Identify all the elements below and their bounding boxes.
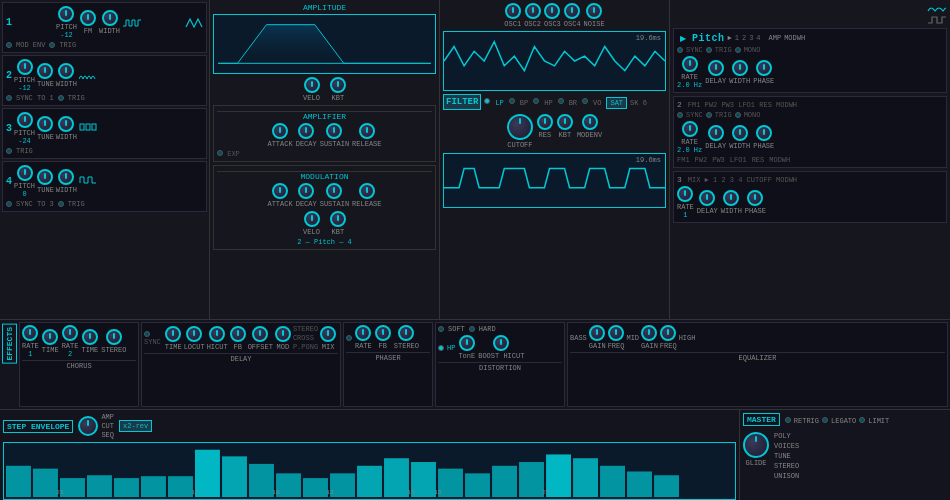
phaser-led[interactable]: [346, 335, 352, 341]
osc2-wave-icon[interactable]: [79, 71, 97, 81]
noise-mix-knob[interactable]: [586, 3, 602, 19]
osc3-width-knob[interactable]: [58, 116, 74, 132]
amp-attack-knob[interactable]: [272, 123, 288, 139]
lfo1-sync-led[interactable]: [677, 47, 683, 53]
filter-vo-led[interactable]: [582, 98, 588, 104]
osc1-width-knob[interactable]: [102, 10, 118, 26]
osc4-sync-led[interactable]: [6, 201, 12, 207]
chorus-time1-knob[interactable]: [42, 329, 58, 345]
amp-kbt-knob[interactable]: [330, 77, 346, 93]
retrig-led[interactable]: [785, 417, 791, 423]
eq-bass-freq-knob[interactable]: [608, 325, 624, 341]
phaser-rate-knob[interactable]: [355, 325, 371, 341]
phaser-stereo-knob[interactable]: [398, 325, 414, 341]
lfo3-delay-knob[interactable]: [699, 190, 715, 206]
sat-badge[interactable]: SAT: [606, 97, 627, 109]
osc2-tune-knob[interactable]: [37, 63, 53, 79]
delay-mix-knob[interactable]: [320, 326, 336, 342]
distortion-tone-knob[interactable]: [459, 335, 475, 351]
phaser-fb-knob[interactable]: [375, 325, 391, 341]
master-glide-knob[interactable]: [743, 432, 769, 458]
step-env-knob[interactable]: [78, 416, 98, 436]
osc2-pitch-knob[interactable]: [17, 59, 33, 75]
delay-offset-knob[interactable]: [252, 326, 268, 342]
lfo1-trig-led[interactable]: [706, 47, 712, 53]
lfo1-rate-knob[interactable]: [682, 56, 698, 72]
legato-led[interactable]: [822, 417, 828, 423]
osc2-trig-led[interactable]: [58, 95, 64, 101]
osc4-trig-led[interactable]: [58, 201, 64, 207]
amp-velo-knob[interactable]: [304, 77, 320, 93]
chorus-stereo-knob[interactable]: [106, 329, 122, 345]
lfo2-width-knob[interactable]: [732, 125, 748, 141]
filter-vo-btn[interactable]: VO: [591, 98, 603, 108]
filter-bp-led[interactable]: [509, 98, 515, 104]
lfo-wave-selector[interactable]: [927, 3, 947, 13]
amp-decay-knob[interactable]: [298, 123, 314, 139]
osc4-pitch-knob[interactable]: [17, 165, 33, 181]
osc4-width-knob[interactable]: [58, 169, 74, 185]
distortion-hard-led[interactable]: [469, 326, 475, 332]
lfo3-rate-knob[interactable]: [677, 186, 693, 202]
amp-release-knob[interactable]: [359, 123, 375, 139]
osc1-mix-knob[interactable]: [505, 3, 521, 19]
delay-time-knob[interactable]: [165, 326, 181, 342]
delay-hicut-knob[interactable]: [209, 326, 225, 342]
filter-br-btn[interactable]: BR: [567, 98, 579, 108]
lfo1-phase-knob[interactable]: [756, 60, 772, 76]
chorus-rate2-knob[interactable]: [62, 325, 78, 341]
mod-release-knob[interactable]: [359, 183, 375, 199]
lfo1-width-knob[interactable]: [732, 60, 748, 76]
delay-mod-knob[interactable]: [275, 326, 291, 342]
osc2-width-knob[interactable]: [58, 63, 74, 79]
lfo-wave2-selector[interactable]: [927, 15, 947, 25]
osc4-mix-knob[interactable]: [564, 3, 580, 19]
osc2-sync-led[interactable]: [6, 95, 12, 101]
filter-lp-led[interactable]: [484, 98, 490, 104]
lfo1-delay-knob[interactable]: [708, 60, 724, 76]
amp-sustain-knob[interactable]: [326, 123, 342, 139]
lfo2-trig-led[interactable]: [706, 112, 712, 118]
delay-sync-led[interactable]: [144, 331, 150, 337]
distortion-soft-led[interactable]: [438, 326, 444, 332]
delay-locut-knob[interactable]: [186, 326, 202, 342]
osc3-wave-icon[interactable]: [79, 122, 97, 132]
osc3-tune-knob[interactable]: [37, 116, 53, 132]
osc1-fm-knob[interactable]: [80, 10, 96, 26]
osc1-wave-icon[interactable]: [123, 18, 141, 28]
eq-bass-gain-knob[interactable]: [589, 325, 605, 341]
lfo1-play-btn[interactable]: ▶: [677, 32, 689, 44]
limit-led[interactable]: [859, 417, 865, 423]
eq-mid-gain-knob[interactable]: [641, 325, 657, 341]
osc1-waveform-selector[interactable]: [185, 17, 203, 29]
eq-mid-freq-knob[interactable]: [660, 325, 676, 341]
filter-kbt-knob[interactable]: [557, 114, 573, 130]
lfo3-phase-knob[interactable]: [747, 190, 763, 206]
lfo1-mono-led[interactable]: [735, 47, 741, 53]
distortion-hp-led[interactable]: [438, 345, 444, 351]
x2rev-label[interactable]: x2-rev: [119, 420, 152, 432]
chorus-rate1-knob[interactable]: [22, 325, 38, 341]
lfo2-phase-knob[interactable]: [756, 125, 772, 141]
mod-velo-knob[interactable]: [304, 211, 320, 227]
osc1-trig-led[interactable]: [49, 42, 55, 48]
cutoff-knob[interactable]: [507, 114, 533, 140]
osc1-pitch-knob[interactable]: [58, 6, 74, 22]
osc3-mix-knob[interactable]: [544, 3, 560, 19]
filter-hp-btn[interactable]: HP: [542, 98, 554, 108]
osc1-modenv-led[interactable]: [6, 42, 12, 48]
chorus-time2-knob[interactable]: [82, 329, 98, 345]
mod-attack-knob[interactable]: [272, 183, 288, 199]
mod-decay-knob[interactable]: [298, 183, 314, 199]
mod-sustain-knob[interactable]: [326, 183, 342, 199]
delay-fb-knob[interactable]: [230, 326, 246, 342]
lfo2-delay-knob[interactable]: [708, 125, 724, 141]
lfo2-rate-knob[interactable]: [682, 121, 698, 137]
mod-kbt-knob[interactable]: [330, 211, 346, 227]
filter-hp-led[interactable]: [533, 98, 539, 104]
lfo3-width-knob[interactable]: [723, 190, 739, 206]
filter-lp-btn[interactable]: LP: [493, 98, 505, 108]
lfo2-sync-led[interactable]: [677, 112, 683, 118]
distortion-boost-knob[interactable]: [493, 335, 509, 351]
filter-br-led[interactable]: [558, 98, 564, 104]
